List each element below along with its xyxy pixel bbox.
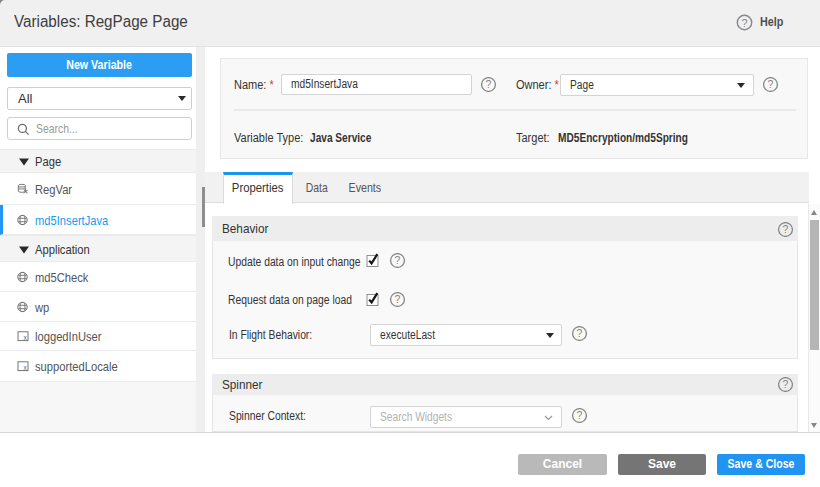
svg-text:x: x — [23, 364, 27, 371]
svg-text:x: x — [23, 334, 27, 341]
svg-text:?: ? — [395, 254, 401, 266]
svg-text:?: ? — [486, 78, 492, 90]
svg-text:?: ? — [577, 327, 583, 339]
svg-text:?: ? — [768, 78, 774, 90]
svg-text:?: ? — [783, 223, 789, 235]
svg-text:?: ? — [783, 378, 789, 390]
svg-text:?: ? — [741, 17, 747, 29]
svg-text:?: ? — [395, 293, 401, 305]
svg-text:?: ? — [577, 409, 583, 421]
